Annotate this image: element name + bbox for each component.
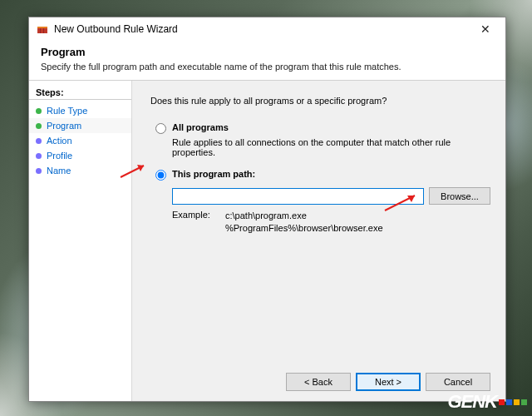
wizard-window: New Outbound Rule Wizard ✕ Program Speci… [28,17,506,402]
steps-heading: Steps: [29,87,131,100]
page-subtitle: Specify the full program path and execut… [41,62,494,72]
svg-marker-5 [137,165,144,171]
step-dot-icon [36,153,42,159]
back-button[interactable]: < Back [286,373,351,391]
example-paths: c:\path\program.exe %ProgramFiles%\brows… [225,210,383,235]
step-link[interactable]: Program [47,121,81,131]
option-label: All programs [172,122,229,132]
step-dot-icon [36,138,42,144]
step-link[interactable]: Profile [47,151,72,161]
step-rule-type[interactable]: Rule Type [29,103,131,118]
svg-rect-1 [37,27,47,28]
watermark-logo: GENK [447,391,527,413]
step-dot-icon [36,123,42,129]
option-all-desc: Rule applies to all connections on the c… [172,137,490,157]
step-link[interactable]: Rule Type [47,106,87,116]
question-text: Does this rule apply to all programs or … [150,96,490,106]
option-this-program[interactable]: This program path: [150,169,490,181]
logo-dots-icon [499,399,527,405]
cancel-button[interactable]: Cancel [426,373,490,391]
example-label: Example: [172,210,225,235]
firewall-icon [36,22,49,36]
page-title: Program [41,46,494,58]
option-all-programs[interactable]: All programs [150,122,490,134]
next-button[interactable]: Next > [356,373,421,391]
content: Steps: Rule Type Program Action Profile … [29,80,505,401]
window-title: New Outbound Rule Wizard [54,23,469,35]
example-row: Example: c:\path\program.exe %ProgramFil… [172,210,490,235]
wizard-header: Program Specify the full program path an… [29,41,505,80]
steps-sidebar: Steps: Rule Type Program Action Profile … [29,81,132,401]
radio-this-program[interactable] [155,170,166,181]
step-name[interactable]: Name [29,163,131,178]
radio-all-programs[interactable] [155,123,166,134]
step-program[interactable]: Program [29,118,131,133]
step-action[interactable]: Action [29,133,131,148]
program-path-row: Browse... [172,187,490,205]
step-profile[interactable]: Profile [29,148,131,163]
step-link[interactable]: Action [47,136,72,146]
svg-rect-3 [43,28,44,33]
svg-rect-2 [40,28,41,33]
option-label: This program path: [172,169,255,179]
logo-text: GENK [447,391,497,413]
close-button[interactable]: ✕ [469,17,502,41]
main-panel: Does this rule apply to all programs or … [132,81,505,401]
browse-button[interactable]: Browse... [429,187,490,205]
step-link[interactable]: Name [47,166,71,176]
step-dot-icon [36,108,42,114]
step-dot-icon [36,168,42,174]
titlebar: New Outbound Rule Wizard ✕ [29,17,505,41]
wizard-footer: < Back Next > Cancel [150,366,490,394]
program-path-input[interactable] [172,188,424,205]
